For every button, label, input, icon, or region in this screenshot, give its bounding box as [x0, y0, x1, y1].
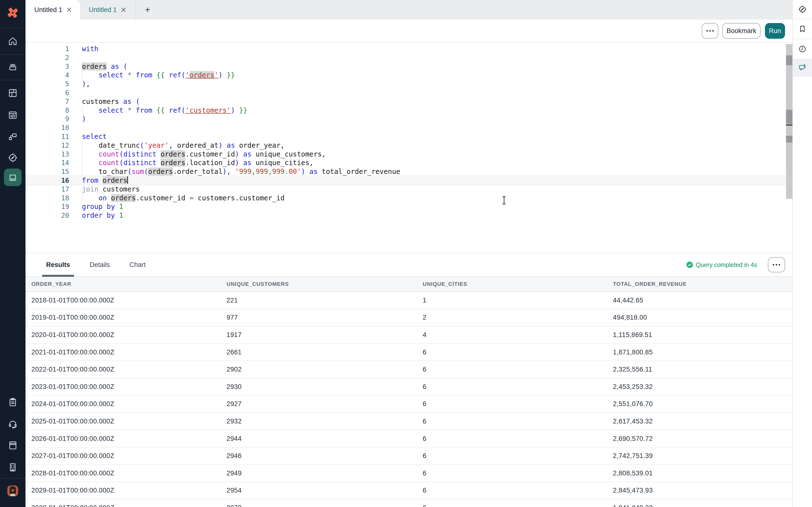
results-tab-results[interactable]: Results: [42, 253, 74, 276]
code-line-10[interactable]: 10: [26, 123, 785, 132]
close-icon[interactable]: [121, 7, 126, 12]
line-number: 6: [26, 89, 69, 97]
results-tab-bar: ResultsDetailsChart Query completed in 4…: [26, 253, 793, 277]
bookmark-icon: [798, 24, 807, 33]
right-sidebar: [793, 0, 812, 507]
results-tab-chart[interactable]: Chart: [125, 253, 150, 276]
code-line-2[interactable]: 2: [26, 53, 785, 62]
sidebar-divider: [0, 54, 26, 55]
line-number: 5: [26, 79, 69, 89]
code-line-16[interactable]: 16from orders: [26, 176, 785, 185]
compass-icon: [8, 153, 18, 163]
code-line-5[interactable]: 5),: [26, 79, 785, 89]
tab-label: Untitled 1: [89, 6, 117, 14]
code-line-12[interactable]: 12date_trunc('year', ordered_at) as orde…: [26, 141, 785, 150]
editor-scrollbar[interactable]: [786, 44, 793, 199]
column-header-unique_cities[interactable]: UNIQUE_CITIES: [423, 281, 613, 287]
ai-chat-icon: [798, 63, 807, 72]
code-line-8[interactable]: 8select * from {{ ref('customers') }}: [26, 106, 785, 115]
dashboard-icon: [8, 88, 18, 98]
scrollbar-mark: [786, 55, 793, 65]
sidebar-item-terminal[interactable]: [4, 169, 21, 186]
terminal-icon: [8, 172, 18, 182]
right-sidebar-item-ai-chat[interactable]: [793, 59, 812, 76]
line-number: 10: [26, 123, 69, 132]
compass-icon: [798, 5, 807, 14]
code-line-20[interactable]: 20order by 1: [26, 211, 785, 220]
text-caret: [127, 176, 128, 184]
code-line-6[interactable]: 6: [26, 89, 785, 97]
tab-untitled-2[interactable]: Untitled 1: [80, 0, 136, 19]
editor-toolbar: Bookmark Run: [26, 19, 793, 43]
results-table-header: ORDER_YEARUNIQUE_CUSTOMERSUNIQUE_CITIEST…: [26, 277, 793, 292]
code-line-14[interactable]: 14count(distinct orders.location_id) as …: [26, 159, 785, 167]
right-sidebar-item-compass[interactable]: [793, 0, 812, 19]
tab-untitled-1[interactable]: Untitled 1: [26, 0, 80, 19]
code-line-18[interactable]: 18on orders.customer_id = customers.cust…: [26, 194, 785, 203]
query-status: Query completed in 4s: [687, 261, 757, 269]
sidebar-item-building[interactable]: [4, 458, 21, 476]
sidebar-item-lineage[interactable]: [4, 128, 21, 146]
app-logo-icon[interactable]: [6, 6, 19, 19]
right-sidebar-item-clock[interactable]: [793, 39, 812, 59]
sidebar-item-compass[interactable]: [4, 149, 21, 167]
code-line-4[interactable]: 4select * from {{ ref('orders') }}: [26, 71, 785, 79]
code-line-9[interactable]: 9): [26, 115, 785, 123]
new-tab-button[interactable]: +: [142, 4, 153, 15]
home-icon: [8, 36, 18, 46]
table-row[interactable]: 2029-01-01T00:00:00.000Z295462,845,473.9…: [26, 482, 793, 500]
column-header-total_order_revenue[interactable]: TOTAL_ORDER_REVENUE: [613, 281, 793, 287]
sql-editor[interactable]: 1with23orders as (4select * from {{ ref(…: [26, 43, 793, 253]
sidebar-item-dashboard[interactable]: [4, 84, 21, 102]
table-row[interactable]: 2023-01-01T00:00:00.000Z293062,453,253.3…: [26, 379, 793, 396]
close-icon[interactable]: [67, 7, 71, 12]
scrollbar-thumb[interactable]: [786, 110, 793, 124]
indent-guide: [82, 106, 99, 115]
line-number: 1: [26, 45, 69, 53]
code-line-11[interactable]: 11select: [26, 132, 785, 141]
table-row[interactable]: 2020-01-01T00:00:00.000Z191741,115,869.5…: [26, 327, 793, 344]
code-line-15[interactable]: 15to_char(sum(orders.order_total), '999,…: [26, 167, 785, 176]
results-tabs: ResultsDetailsChart: [42, 253, 161, 276]
drawers-icon: [8, 61, 18, 72]
table-row[interactable]: 2028-01-01T00:00:00.000Z294962,808,539.0…: [26, 465, 793, 482]
line-number: 4: [26, 71, 69, 79]
column-header-unique_customers[interactable]: UNIQUE_CUSTOMERS: [226, 281, 423, 287]
results-table-body: 2018-01-01T00:00:00.000Z221144,442.65201…: [26, 292, 793, 507]
document-tab-bar: Untitled 1 Untitled 1 +: [26, 0, 793, 19]
results-more-button[interactable]: [768, 257, 785, 272]
table-row[interactable]: 2018-01-01T00:00:00.000Z221144,442.65: [26, 292, 793, 309]
table-row[interactable]: 2021-01-01T00:00:00.000Z266161,871,800.8…: [26, 344, 793, 361]
user-avatar[interactable]: [7, 486, 18, 496]
sidebar-item-home[interactable]: [4, 32, 21, 50]
table-row[interactable]: 2025-01-01T00:00:00.000Z293262,617,453.3…: [26, 413, 793, 430]
table-row[interactable]: 2026-01-01T00:00:00.000Z294462,690,570.7…: [26, 430, 793, 448]
more-options-button[interactable]: [702, 23, 718, 39]
sidebar-item-headset[interactable]: [4, 415, 21, 433]
bookmark-button[interactable]: Bookmark: [722, 23, 761, 39]
sidebar-item-drawers[interactable]: [4, 58, 21, 75]
code-line-1[interactable]: 1with: [26, 45, 785, 53]
right-sidebar-item-bookmark[interactable]: [793, 19, 812, 39]
sidebar-item-clipboard[interactable]: [4, 393, 21, 411]
run-button[interactable]: Run: [765, 23, 785, 39]
table-row[interactable]: 2019-01-01T00:00:00.000Z9772494,818.00: [26, 309, 793, 327]
table-row[interactable]: 2027-01-01T00:00:00.000Z294662,742,751.3…: [26, 448, 793, 465]
code-line-3[interactable]: 3orders as (: [26, 62, 785, 71]
code-line-7[interactable]: 7customers as (: [26, 97, 785, 106]
sidebar-divider: [0, 27, 26, 28]
code-line-19[interactable]: 19group by 1: [26, 202, 785, 211]
indent-guide: [82, 141, 99, 150]
table-row[interactable]: 2030-01-01T00:00:00.000Z287961,841,049.3…: [26, 499, 793, 507]
column-header-order_year[interactable]: ORDER_YEAR: [32, 281, 226, 287]
book-icon: [8, 440, 18, 450]
sidebar-item-code-window[interactable]: [4, 106, 21, 124]
code-line-17[interactable]: 17join customers: [26, 185, 785, 194]
table-row[interactable]: 2024-01-01T00:00:00.000Z292762,551,076.7…: [26, 396, 793, 413]
table-row[interactable]: 2022-01-01T00:00:00.000Z290262,325,556.1…: [26, 361, 793, 379]
indent-guide: [82, 194, 99, 203]
text-cursor-pointer-icon: [501, 196, 507, 205]
sidebar-item-book[interactable]: [4, 437, 21, 454]
results-tab-details[interactable]: Details: [86, 253, 114, 276]
code-line-13[interactable]: 13count(distinct orders.customer_id) as …: [26, 150, 785, 159]
